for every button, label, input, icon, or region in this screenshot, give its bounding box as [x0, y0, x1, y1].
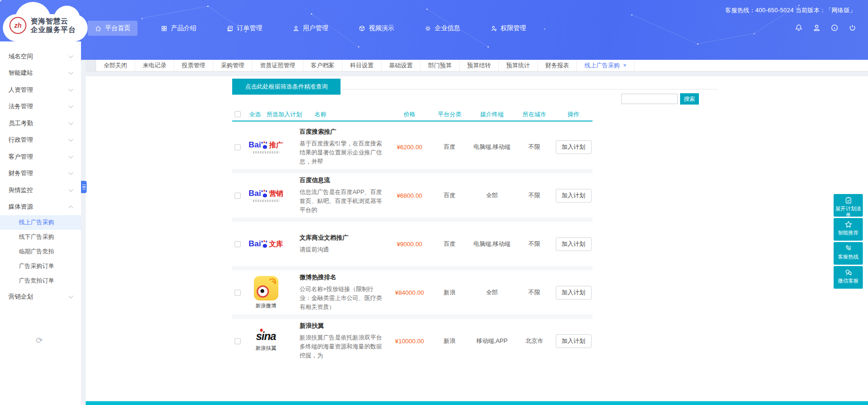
column-platform: 平台分类	[430, 111, 470, 119]
sidebar-label: 智能建站	[8, 69, 33, 77]
sidebar-collapse-handle[interactable]	[81, 181, 87, 193]
power-icon[interactable]	[848, 24, 857, 32]
row-checkbox[interactable]	[235, 193, 241, 199]
nav-item-orders[interactable]: 订单管理	[219, 21, 269, 36]
sidebar-item-domain[interactable]: 域名空间	[0, 48, 81, 65]
wechat-service-button[interactable]: 微信客服	[834, 266, 863, 289]
page: 客服热线：400-650-5024 当前版本：「网络版」 平台首页	[0, 0, 868, 405]
close-icon[interactable]: ×	[623, 62, 626, 69]
tab-dept-budget[interactable]: 部门预算	[421, 60, 460, 71]
add-to-plan-button[interactable]: 加入计划	[556, 140, 592, 154]
tab-procurement[interactable]: 采购管理	[213, 60, 252, 71]
sina-icon: sina	[256, 330, 276, 343]
nav-label: 用户管理	[303, 24, 328, 32]
tab-gap	[86, 72, 868, 76]
search-area: 搜索	[621, 93, 699, 105]
add-to-plan-button[interactable]: 加入计划	[556, 286, 592, 300]
sidebar-label: 财务管理	[8, 169, 33, 178]
nav-item-enterprise-info[interactable]: 企业信息	[417, 21, 467, 36]
row-checkbox[interactable]	[235, 290, 241, 296]
sidebar-item-admin[interactable]: 行政管理	[0, 132, 81, 149]
tab-licenses[interactable]: 资质证照管理	[252, 60, 303, 71]
constellation-decoration	[0, 0, 1, 1]
company-name-line2: 企业服务平台	[31, 25, 76, 34]
product-desc: 新浪扶翼广告是依托新浪双平台多终端的海量资源和海量的数据挖掘，为	[300, 333, 383, 360]
row-checkbox[interactable]	[235, 241, 241, 247]
user-icon[interactable]	[812, 24, 821, 32]
sidebar-item-media-resources[interactable]: 媒体资源	[0, 199, 81, 216]
nav-item-video-demo[interactable]: 视频演示	[351, 21, 401, 36]
select-all-checkbox[interactable]	[235, 111, 241, 117]
weibo-logo: 新浪微博	[243, 276, 288, 309]
sidebar-subitem-online-ad-purchase[interactable]: 线上广告采购	[0, 215, 81, 230]
baidu-tuiguang-logo: Bai推广	[243, 140, 288, 154]
sidebar-item-legal[interactable]: 法务管理	[0, 98, 81, 115]
sidebar-subitem-ad-purchase-orders[interactable]: 广告采购订单	[0, 259, 81, 274]
sidebar-item-customers[interactable]: 客户管理	[0, 148, 81, 165]
sidebar-subitem-ad-auction-orders[interactable]: 广告竞拍订单	[0, 274, 81, 288]
sidebar-label: 舆情监控	[8, 186, 33, 194]
nav-item-products[interactable]: 产品介绍	[154, 21, 203, 36]
tab-close-all[interactable]: 全部关闭	[96, 60, 135, 71]
product-platform: 百度	[430, 143, 470, 151]
add-to-plan-button[interactable]: 加入计划	[556, 334, 592, 348]
add-to-plan-button[interactable]: 加入计划	[556, 237, 592, 251]
sidebar-label: 法务管理	[8, 102, 33, 111]
add-selected-to-plan-link[interactable]: 所选加入计划	[267, 111, 302, 119]
search-input[interactable]	[621, 94, 678, 104]
tab-budget-carryover[interactable]: 预算结转	[460, 60, 499, 71]
logo-word: 营销	[269, 189, 283, 198]
product-platform: 百度	[430, 192, 470, 200]
chevron-down-icon	[69, 293, 73, 298]
tab-subjects[interactable]: 科目设置	[342, 60, 381, 71]
info-icon[interactable]	[830, 24, 839, 32]
sidebar-item-marketing[interactable]: 营销企划	[0, 288, 81, 305]
chevron-up-icon	[69, 205, 73, 210]
bell-icon[interactable]	[795, 24, 803, 32]
nav-item-permissions[interactable]: 权限管理	[483, 21, 533, 36]
user-key-icon	[490, 25, 497, 32]
tab-customer-files[interactable]: 客户档案	[303, 60, 342, 71]
column-name: 名称	[315, 111, 326, 119]
tab-online-ad-purchase[interactable]: 线上广告采购×	[577, 60, 634, 71]
row-checkbox[interactable]	[235, 338, 241, 344]
grid-icon	[161, 25, 168, 32]
product-name: 微博热搜排名	[300, 273, 383, 282]
tab-basic-settings[interactable]: 基础设置	[381, 60, 421, 71]
wechat-icon	[844, 268, 852, 276]
tab-call-records[interactable]: 来电记录	[135, 60, 174, 71]
sidebar-item-site-builder[interactable]: 智能建站	[0, 65, 81, 82]
sidebar-subitem-offline-ad-purchase[interactable]: 线下广告采购	[0, 230, 81, 244]
tab-budget-stats[interactable]: 预算统计	[499, 60, 538, 71]
person-icon	[292, 25, 300, 32]
hotline-text: 客服热线：400-650-5024 当前版本：「网络版」	[725, 7, 856, 15]
search-button[interactable]: 搜索	[680, 93, 699, 105]
sidebar-item-opinion-monitor[interactable]: 舆情监控	[0, 182, 81, 199]
tab-voting[interactable]: 投票管理	[174, 60, 213, 71]
nav-item-users[interactable]: 用户管理	[285, 21, 335, 36]
filter-query-button[interactable]: 点击此处根据筛选条件精准查询	[232, 79, 341, 95]
sidebar-subitem-expiring-ad-auction[interactable]: 临期广告竞拍	[0, 244, 81, 259]
select-all-label[interactable]: 全选	[249, 111, 261, 119]
sidebar-item-hr[interactable]: 人资管理	[0, 81, 81, 98]
tab-financial-reports[interactable]: 财务报表	[538, 60, 577, 71]
add-to-plan-button[interactable]: 加入计划	[556, 189, 592, 202]
handle-lines-icon	[82, 185, 86, 190]
service-hotline-button[interactable]: 客服热线	[834, 242, 863, 265]
row-gap	[232, 218, 592, 222]
table-row: Bai文库 文库商业文档推广 请提前沟通 ¥9000.00 百度 电脑端,移动端…	[232, 222, 592, 266]
product-price: ¥9000.00	[389, 241, 430, 248]
table-row: Bai营销 百度信息流 信息流广告是在百度APP、百度首页、贴吧、百度手机浏览器…	[232, 173, 592, 218]
expand-plan-list-button[interactable]: 展开计划清单	[834, 194, 863, 217]
tab-home-square[interactable]	[86, 60, 96, 71]
row-checkbox[interactable]	[235, 144, 241, 150]
sidebar-item-attendance[interactable]: 员工考勤	[0, 115, 81, 132]
nav-item-platform-home[interactable]: 平台首页	[88, 21, 138, 36]
product-city: 不限	[514, 192, 554, 200]
sidebar-item-finance[interactable]: 财务管理	[0, 165, 81, 182]
chevron-down-icon	[69, 53, 73, 58]
smart-recommend-button[interactable]: 智能推荐	[834, 218, 863, 241]
logo-text: Bai	[249, 239, 261, 249]
company-name-line1: 资海智慧云	[31, 17, 76, 25]
phone-icon	[844, 244, 852, 252]
